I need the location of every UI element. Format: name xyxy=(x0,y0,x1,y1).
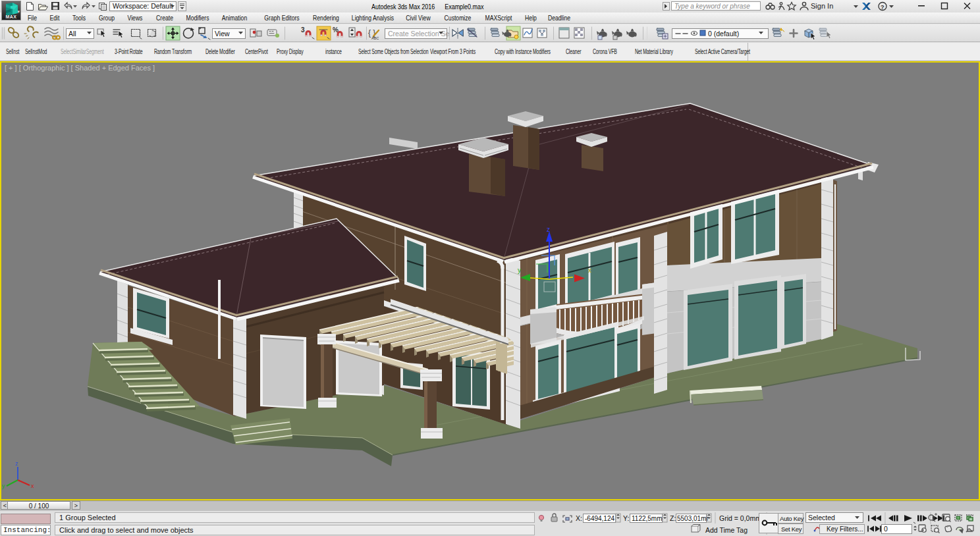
svg-text:Key Filters...: Key Filters... xyxy=(827,525,863,533)
svg-text:Z:: Z: xyxy=(670,514,676,522)
svg-text:5503,01mr: 5503,01mr xyxy=(677,515,709,522)
svg-text:All: All xyxy=(68,30,76,38)
svg-text:0: 0 xyxy=(884,525,888,533)
svg-text:Add Time Tag: Add Time Tag xyxy=(705,526,748,534)
svg-text:-6494,124: -6494,124 xyxy=(585,515,614,522)
svg-text:Auto Key: Auto Key xyxy=(780,515,804,522)
svg-text:ABC: ABC xyxy=(371,36,379,40)
svg-text:Y:: Y: xyxy=(623,514,629,522)
svg-text:z: z xyxy=(15,460,18,467)
svg-text:1122,5mm: 1122,5mm xyxy=(632,515,663,522)
svg-text:y: y xyxy=(2,483,5,489)
svg-text:0 (default): 0 (default) xyxy=(708,30,739,38)
svg-text:x: x xyxy=(31,483,34,489)
svg-text:x: x xyxy=(588,267,591,274)
svg-text:Set Key: Set Key xyxy=(781,525,802,533)
svg-text:Workspace: Default: Workspace: Default xyxy=(113,2,173,10)
svg-text:·: · xyxy=(167,3,169,9)
svg-text:Grid = 0,0mm: Grid = 0,0mm xyxy=(719,514,761,522)
svg-text:?: ? xyxy=(881,4,885,11)
svg-text:X:: X: xyxy=(576,514,582,522)
svg-text:z: z xyxy=(547,226,550,233)
svg-text:Selected: Selected xyxy=(808,514,835,522)
svg-text:y: y xyxy=(518,267,521,274)
svg-text:View: View xyxy=(215,30,230,38)
svg-text:3: 3 xyxy=(301,26,305,34)
